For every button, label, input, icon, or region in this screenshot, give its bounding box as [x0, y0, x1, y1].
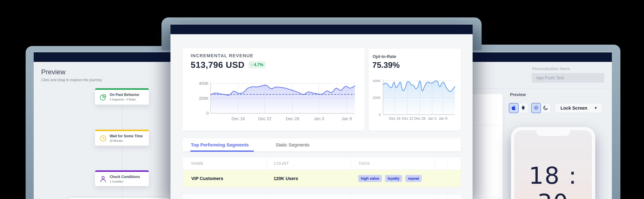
svg-text:Dec 16: Dec 16: [232, 116, 245, 121]
table-header-row: NAME COUNT TAGS: [183, 157, 461, 170]
node-accent-bar: [95, 170, 149, 172]
revenue-delta-badge: ↑ 4.7%: [248, 61, 266, 68]
apple-icon: [511, 105, 517, 111]
svg-text:Dec 16: Dec 16: [389, 116, 400, 120]
svg-text:Dec 22: Dec 22: [258, 116, 272, 121]
svg-text:Jan 9: Jan 9: [342, 116, 352, 121]
phone-notch: [536, 127, 570, 136]
svg-text:200K: 200K: [373, 96, 381, 100]
column-header-empty: [434, 157, 448, 170]
chevron-down-icon: ▼: [594, 106, 602, 110]
tag-badge: high value: [358, 175, 382, 182]
column-header-count: COUNT: [274, 161, 289, 166]
node-subtitle: 2 Segments - 5 Rules: [110, 98, 136, 101]
svg-text:Dec 28: Dec 28: [414, 116, 426, 120]
node-accent-bar: [95, 130, 149, 131]
personalization-name-label: Personalization Name: [532, 67, 570, 71]
personalization-name-input[interactable]: App Push Test: [532, 73, 604, 83]
svg-text:Dec 22: Dec 22: [402, 116, 413, 120]
segment-count: 120K Users: [274, 176, 298, 181]
section-divider: [464, 88, 612, 89]
journey-node-wait[interactable]: Wait for Some Time 30 Minutes: [95, 130, 149, 146]
svg-text:Dec 28: Dec 28: [286, 116, 299, 121]
svg-text:Jan 9: Jan 9: [438, 116, 447, 120]
dropdown-selected-value: Lock Screen: [555, 106, 594, 111]
phone-clock: 18 : 30: [514, 162, 592, 199]
optin-card-label: Opt-In-Rate: [372, 54, 396, 59]
arrow-up-icon: ↑: [251, 62, 253, 67]
preview-section-label: Preview: [510, 92, 526, 97]
journey-window-body: Preview Click and drag to explore the jo…: [34, 62, 172, 199]
moon-icon: [543, 105, 548, 111]
tab-top-performing-segments[interactable]: Top Performing Segments: [191, 138, 249, 151]
marketing-dashboard-composite: Preview Click and drag to explore the jo…: [0, 0, 644, 199]
optin-line-chart: 400K200K0Dec 16Dec 22Dec 28Jan 3Jan 9: [372, 76, 458, 122]
analytics-window-titlebar: [170, 25, 472, 34]
segment-tags: high value loyalty repeat: [358, 175, 422, 182]
tag-badge: loyalty: [385, 175, 402, 182]
analytics-window: INCREMENTAL REVENUE 513,796 USD ↑ 4.7% 4…: [170, 25, 472, 199]
phone-lock-screen: 18 : 30: [514, 130, 592, 199]
column-header-tags: TAGS: [358, 161, 370, 166]
svg-text:400K: 400K: [373, 79, 381, 83]
revenue-card-label: INCREMENTAL REVENUE: [191, 53, 254, 58]
journey-node-past-behavior[interactable]: On Past Behavior 2 Segments - 5 Rules: [95, 88, 149, 105]
svg-text:0: 0: [206, 111, 209, 116]
incremental-revenue-card: INCREMENTAL REVENUE 513,796 USD ↑ 4.7% 4…: [182, 48, 365, 131]
optin-value: 75.39%: [372, 60, 400, 70]
journey-bottom-panel: [68, 198, 170, 199]
table-row-partial: [183, 195, 461, 199]
personalization-name-value: App Push Test: [536, 75, 564, 80]
table-row-vip-customers[interactable]: VIP Customers 120K Users high value loya…: [183, 170, 461, 187]
journey-preview-title: Preview: [41, 68, 66, 76]
platform-toggle-android[interactable]: [518, 103, 528, 113]
journey-window-titlebar: [34, 52, 172, 62]
platform-toggle-group: [509, 103, 528, 113]
revenue-line-chart: 400K200K0Dec 16Dec 22Dec 28Jan 3Jan 9: [196, 79, 361, 124]
svg-text:Jan 3: Jan 3: [428, 116, 436, 120]
push-window-titlebar: [472, 52, 612, 62]
theme-toggle-group: [531, 103, 550, 113]
column-header-empty: [448, 157, 460, 170]
analytics-window-body: INCREMENTAL REVENUE 513,796 USD ↑ 4.7% 4…: [170, 34, 472, 199]
journey-node-check-conditions[interactable]: Check Conditions 1 Condition: [95, 170, 149, 186]
node-title: Check Conditions: [110, 175, 140, 179]
svg-text:200K: 200K: [199, 96, 209, 101]
segment-name: VIP Customers: [191, 176, 223, 181]
segments-table: NAME COUNT TAGS VIP Customers 120K Users…: [183, 157, 461, 187]
svg-text:Jan 3: Jan 3: [314, 116, 324, 121]
node-title: Wait for Some Time: [110, 134, 143, 138]
clock-icon: [99, 135, 107, 142]
sun-icon: [533, 105, 539, 111]
node-subtitle: 1 Condition: [110, 180, 124, 183]
revenue-delta-value: 4.7%: [254, 62, 264, 67]
revenue-value: 513,796 USD: [191, 60, 244, 70]
preview-mode-dropdown[interactable]: Lock Screen ▼: [555, 103, 602, 113]
dashed-separator: [474, 197, 500, 198]
android-icon: [520, 105, 526, 111]
column-header-name: NAME: [191, 161, 204, 166]
tag-badge: repeat: [405, 175, 422, 182]
push-window-body: Personalization Name App Push Test Previ…: [464, 62, 612, 199]
svg-text:400K: 400K: [199, 81, 209, 86]
node-title: On Past Behavior: [110, 93, 140, 97]
composer-panel: [473, 94, 502, 199]
platform-toggle-ios[interactable]: [509, 103, 518, 113]
phone-mockup: 18 : 30: [511, 127, 595, 199]
node-accent-bar: [95, 88, 149, 90]
journey-preview-subtitle: Click and drag to explore the journey.: [41, 78, 102, 82]
svg-text:0: 0: [379, 113, 381, 117]
tab-static-segments[interactable]: Static Segments: [276, 138, 310, 151]
segments-tab-bar: Top Performing Segments Static Segments: [183, 138, 461, 152]
opt-in-rate-card: Opt-In-Rate 75.39% 400K200K0Dec 16Dec 22…: [368, 49, 461, 131]
person-icon: [99, 175, 107, 183]
active-tab-underline: [190, 150, 254, 152]
theme-toggle-dark[interactable]: [541, 103, 550, 113]
theme-toggle-light[interactable]: [531, 103, 541, 113]
pie-chart-icon: [99, 93, 107, 101]
dashed-separator: [474, 125, 500, 125]
node-subtitle: 30 Minutes: [110, 139, 123, 143]
